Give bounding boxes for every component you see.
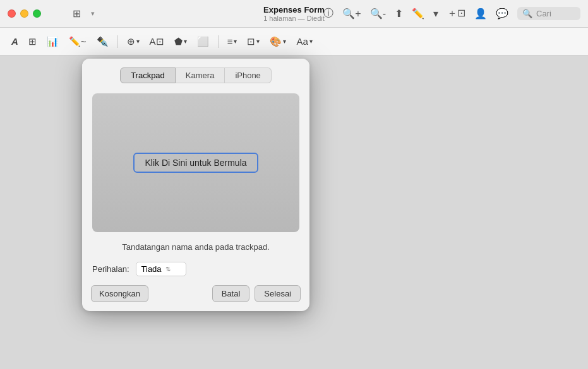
document-subtitle: 1 halaman — Diedit bbox=[263, 15, 325, 22]
signature-dialog: Trackpad Kamera iPhone Klik Di Sini untu… bbox=[82, 59, 309, 311]
pen-icon[interactable]: ✏️ bbox=[412, 8, 424, 20]
search-icon: 🔍 bbox=[522, 9, 532, 18]
color-icon: 🎨 bbox=[270, 36, 282, 47]
align-icon: ≡ bbox=[227, 36, 233, 47]
format-btn[interactable]: ⊡ ▾ bbox=[243, 33, 263, 50]
align-btn[interactable]: ≡ ▾ bbox=[224, 33, 241, 49]
selesai-button[interactable]: Selesai bbox=[255, 285, 301, 302]
table-tool-btn[interactable]: ⊞ bbox=[25, 33, 40, 50]
comment-icon[interactable]: 💬 bbox=[496, 8, 508, 20]
document-title: Expenses Form bbox=[263, 5, 325, 15]
titlebar-center: Expenses Form 1 halaman — Diedit bbox=[263, 5, 325, 23]
chevron-down-icon: ▾ bbox=[184, 38, 187, 45]
kosongkan-button[interactable]: Kosongkan bbox=[91, 285, 148, 302]
close-button[interactable] bbox=[8, 9, 16, 18]
insert-icon: ⊕ bbox=[127, 36, 135, 47]
shape-btn[interactable]: ⬟ ▾ bbox=[171, 33, 191, 50]
click-here-button[interactable]: Klik Di Sini untuk Bermula bbox=[133, 153, 258, 173]
chevron-down-icon: ▾ bbox=[309, 38, 313, 45]
minimize-button[interactable] bbox=[20, 9, 28, 18]
traffic-lights bbox=[8, 9, 41, 18]
sidebar-toggle-icon[interactable]: ⊞ bbox=[73, 8, 81, 20]
tab-iphone[interactable]: iPhone bbox=[225, 67, 271, 83]
perihalan-select[interactable]: Tiada ⇅ bbox=[136, 262, 186, 276]
perihalan-value: Tiada bbox=[141, 264, 162, 274]
tab-trackpad[interactable]: Trackpad bbox=[120, 67, 176, 83]
info-icon[interactable]: ⓘ bbox=[323, 7, 333, 20]
media-icon: ⬜ bbox=[197, 36, 209, 47]
batal-button[interactable]: Batal bbox=[212, 285, 250, 302]
markup-tool-btn[interactable]: ✏️~ bbox=[65, 33, 90, 50]
separator-2 bbox=[218, 35, 219, 48]
chevron-down-icon: ▾ bbox=[256, 38, 260, 45]
markup-icon: ✏️~ bbox=[69, 36, 87, 47]
textbox-btn[interactable]: A⊡ bbox=[146, 33, 168, 50]
text-tool-btn[interactable]: A bbox=[8, 33, 22, 49]
format-icon: ⊡ bbox=[247, 36, 255, 47]
titlebar-view-controls: ⊞ ▾ bbox=[73, 8, 95, 20]
zoom-in-icon[interactable]: 🔍+ bbox=[342, 8, 361, 20]
chevron-down-icon: ▾ bbox=[283, 38, 286, 45]
font-icon: Aa bbox=[296, 36, 308, 47]
chevron-down-icon[interactable]: ▾ bbox=[91, 9, 95, 18]
search-label: Cari bbox=[536, 9, 551, 18]
color-btn[interactable]: 🎨 ▾ bbox=[266, 33, 290, 50]
perihalan-row: Perihalan: Tiada ⇅ bbox=[82, 258, 309, 283]
perihalan-label: Perihalan: bbox=[92, 264, 129, 274]
draw-tool-btn[interactable]: ✒️ bbox=[93, 33, 112, 50]
zoom-out-icon[interactable]: 🔍- bbox=[370, 8, 386, 20]
tab-bar: Trackpad Kamera iPhone bbox=[82, 59, 309, 90]
fullscreen-button[interactable] bbox=[33, 9, 41, 18]
tab-kamera[interactable]: Kamera bbox=[176, 67, 225, 83]
textbox-icon: A⊡ bbox=[150, 36, 164, 47]
chart-tool-btn[interactable]: 📊 bbox=[43, 33, 63, 50]
toolbar: A ⊞ 📊 ✏️~ ✒️ ⊕ ▾ A⊡ ⬟ ▾ ⬜ ≡ ▾ ⊡ ▾ 🎨 ▾ Aa… bbox=[0, 28, 588, 56]
chevron-down-icon: ▾ bbox=[136, 38, 140, 45]
add-page-icon[interactable]: ＋⊡ bbox=[447, 7, 465, 20]
media-btn[interactable]: ⬜ bbox=[193, 33, 213, 50]
signature-description: Tandatangan nama anda pada trackpad. bbox=[82, 240, 309, 258]
main-content: Trackpad Kamera iPhone Klik Di Sini untu… bbox=[0, 56, 588, 369]
action-row: Kosongkan Batal Selesai bbox=[82, 283, 309, 311]
titlebar: ⊞ ▾ Expenses Form 1 halaman — Diedit ⓘ 🔍… bbox=[0, 0, 588, 28]
chevron-up-down-icon: ⇅ bbox=[165, 266, 171, 272]
share-icon[interactable]: ⬆ bbox=[395, 8, 403, 20]
draw-icon: ✒️ bbox=[97, 36, 109, 47]
table-icon: ⊞ bbox=[28, 36, 37, 47]
insert-btn[interactable]: ⊕ ▾ bbox=[123, 33, 143, 50]
font-btn[interactable]: Aa ▾ bbox=[292, 33, 316, 49]
shape-icon: ⬟ bbox=[174, 36, 183, 47]
search-box[interactable]: 🔍 Cari bbox=[517, 7, 580, 20]
signature-area[interactable]: Klik Di Sini untuk Bermula bbox=[92, 93, 299, 232]
user-icon[interactable]: 👤 bbox=[474, 8, 487, 20]
titlebar-right-controls: ⓘ 🔍+ 🔍- ⬆ ✏️ ▾ ＋⊡ 👤 💬 🔍 Cari bbox=[323, 7, 580, 20]
chevron-down-icon: ▾ bbox=[234, 38, 237, 45]
separator-1 bbox=[117, 35, 118, 48]
chevron-down-icon[interactable]: ▾ bbox=[433, 8, 438, 20]
chart-icon: 📊 bbox=[47, 36, 59, 47]
text-icon: A bbox=[11, 36, 18, 47]
